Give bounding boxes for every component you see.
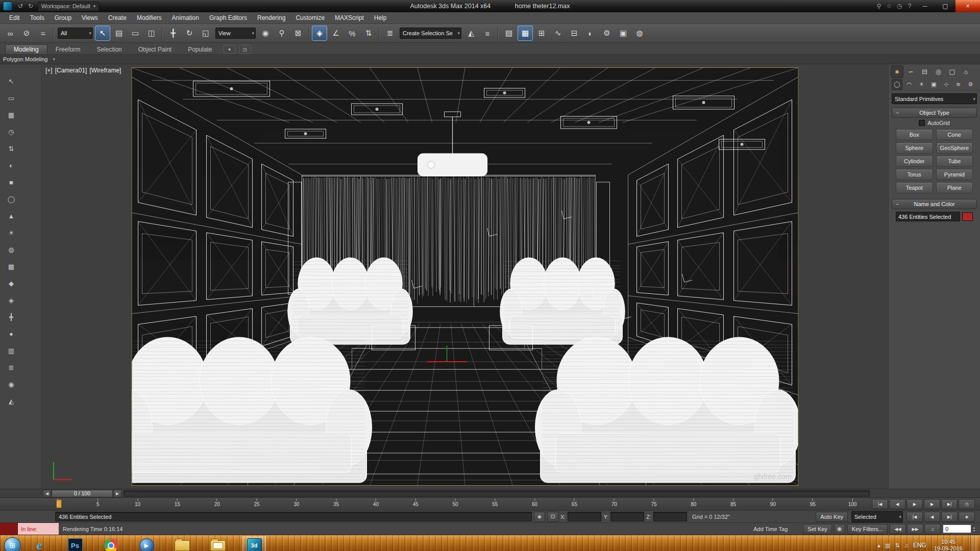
select-by-name-icon[interactable]: ▤ xyxy=(111,26,127,41)
play-reverse-button[interactable]: ◀ xyxy=(924,512,940,522)
history-icon[interactable]: ◷ xyxy=(894,2,904,11)
selection-lock-icon[interactable]: ◈ xyxy=(534,512,545,522)
name-color-rollout-header[interactable]: − Name and Color xyxy=(892,199,977,209)
menu-graph-editors[interactable]: Graph Editors xyxy=(204,12,252,23)
category-helpers[interactable]: ⊹ xyxy=(941,79,951,90)
mirror-tool-icon[interactable]: ◭ xyxy=(4,394,18,408)
set-key-button[interactable]: Set Key xyxy=(803,524,832,534)
shade-tool-icon[interactable]: ◐ xyxy=(4,158,18,172)
go-to-end-button[interactable]: ▶| xyxy=(941,499,958,509)
undo-icon[interactable]: ↺ xyxy=(15,2,26,11)
z-coordinate-field[interactable] xyxy=(653,512,687,521)
spinner-snap-icon[interactable]: ⇅ xyxy=(361,26,376,41)
angle-snap-icon[interactable]: ∠ xyxy=(328,26,344,41)
snap-tool-icon[interactable]: ◈ xyxy=(4,293,18,307)
graphite-ribbon-toggle-icon[interactable]: ▦ xyxy=(518,26,533,41)
transfer-tool-icon[interactable]: ⇅ xyxy=(4,141,18,156)
ribbon-tab-freeform[interactable]: Freeform xyxy=(47,45,89,54)
category-geometry[interactable]: ◯ xyxy=(892,79,902,90)
selection-set-filter-dropdown[interactable]: Selected ▾ xyxy=(851,511,903,522)
viewport[interactable]: [+] [Camera01] [Wireframe] gfxfree.com xyxy=(41,64,888,489)
key-filters-button[interactable]: Key Filters... xyxy=(847,524,888,534)
render-setup-icon[interactable]: ⚙ xyxy=(599,26,615,41)
menu-tools[interactable]: Tools xyxy=(25,12,50,23)
menu-help[interactable]: Help xyxy=(369,12,392,23)
absolute-offset-icon[interactable]: ⊡ xyxy=(547,512,558,522)
object-name-field[interactable]: 436 Entities Selected xyxy=(896,212,960,221)
tube-button[interactable]: Tube xyxy=(936,156,973,167)
select-object-icon[interactable]: ↖ xyxy=(95,26,110,41)
tab-utilities[interactable]: ☼ xyxy=(960,65,972,78)
previous-frame-arrow[interactable]: ◀ xyxy=(43,490,51,497)
ribbon-tab-modeling[interactable]: Modeling xyxy=(5,44,47,54)
redo-icon[interactable]: ↻ xyxy=(26,2,36,11)
object-type-rollout-header[interactable]: − Object Type xyxy=(892,108,977,118)
time-spinner[interactable]: ▴ ▾ xyxy=(973,526,975,532)
named-selection-set-combo[interactable]: Create Selection Se▾ xyxy=(400,28,461,39)
ribbon-panel-strip[interactable]: Polygon Modeling ▾ xyxy=(0,55,980,64)
curve-editor-icon[interactable]: ∿ xyxy=(550,26,566,41)
camera-view[interactable]: gfxfree.com xyxy=(131,67,798,486)
menu-customize[interactable]: Customize xyxy=(290,12,330,23)
previous-key-button[interactable]: |◀ xyxy=(906,512,923,522)
box-button[interactable]: Box xyxy=(896,129,933,140)
menu-views[interactable]: Views xyxy=(77,12,103,23)
taskbar-clock[interactable]: 10:45 19-09-2016 xyxy=(931,539,966,551)
maxscript-mini-listener[interactable]: In line: xyxy=(18,523,59,535)
menu-rendering[interactable]: Rendering xyxy=(252,12,290,23)
sphere-tool-icon[interactable]: ◯ xyxy=(4,192,18,206)
snaps-toggle-icon[interactable]: ◈ xyxy=(312,26,327,41)
align-icon[interactable]: ≡ xyxy=(480,26,495,41)
chrome-taskbar-icon[interactable] xyxy=(100,537,122,551)
mirror-icon[interactable]: ◭ xyxy=(463,26,479,41)
select-and-manipulate-icon[interactable]: ⚲ xyxy=(274,26,289,41)
box-tool-icon[interactable]: ■ xyxy=(4,175,18,189)
plane-button[interactable]: Plane xyxy=(936,182,973,193)
ie-taskbar-icon[interactable]: e xyxy=(28,537,51,551)
help-icon[interactable]: ? xyxy=(904,2,915,11)
schematic-view-icon[interactable]: ⊟ xyxy=(567,26,582,41)
clock-tool-icon[interactable]: ◷ xyxy=(4,124,18,139)
subcategory-dropdown[interactable]: Standard Primitives ▾ xyxy=(892,93,977,104)
tab-create[interactable]: ∗ xyxy=(891,65,903,78)
app-logo-icon[interactable] xyxy=(3,2,12,11)
cone-tool-icon[interactable]: ▲ xyxy=(4,209,18,223)
grid-tool-icon[interactable]: ▦ xyxy=(4,108,18,122)
use-pivot-point-icon[interactable]: ◉ xyxy=(258,26,273,41)
menu-edit[interactable]: Edit xyxy=(4,12,25,23)
light-tool-icon[interactable]: ☀ xyxy=(4,226,18,240)
auto-key-button[interactable]: Auto Key xyxy=(816,512,848,522)
sound-toggle-button[interactable]: ♫ xyxy=(924,524,941,534)
next-key-button[interactable]: ▶| xyxy=(941,512,958,522)
layer-manager-icon[interactable]: ▧ xyxy=(501,26,517,41)
category-lights[interactable]: ☀ xyxy=(916,79,927,90)
tab-motion[interactable]: ◎ xyxy=(932,65,945,78)
panel-tool-icon[interactable]: ▥ xyxy=(4,343,18,358)
x-coordinate-field[interactable] xyxy=(568,512,601,521)
step-back-button[interactable]: ◀◀ xyxy=(890,524,906,534)
object-color-swatch[interactable] xyxy=(962,212,973,221)
language-indicator[interactable]: ENG xyxy=(913,542,926,549)
list-tool-icon[interactable]: ≣ xyxy=(4,360,18,374)
timeline-ruler[interactable]: 0510152025303540455055606570758085909510… xyxy=(43,498,868,510)
maxscript-listener-channel[interactable] xyxy=(0,523,18,535)
ribbon-tab-selection[interactable]: Selection xyxy=(88,45,130,54)
geosphere-button[interactable]: GeoSphere xyxy=(936,142,973,154)
photoshop-taskbar-icon[interactable]: Ps xyxy=(64,537,86,551)
category-space-warps[interactable]: ≋ xyxy=(953,79,964,90)
tab-display[interactable]: ▢ xyxy=(946,65,959,78)
keyboard-override-icon[interactable]: ⊠ xyxy=(290,26,306,41)
action-center-icon[interactable]: ▥ xyxy=(885,542,890,549)
ribbon-tab-populate[interactable]: Populate xyxy=(180,45,220,54)
menu-create[interactable]: Create xyxy=(103,12,132,23)
menu-maxscript[interactable]: MAXScript xyxy=(330,12,369,23)
current-time-field[interactable]: 0 xyxy=(943,524,971,533)
category-cameras[interactable]: ▣ xyxy=(928,79,939,90)
viewport-shading-menu[interactable]: [Wireframe] xyxy=(89,67,121,74)
rectangle-tool-icon[interactable]: ▭ xyxy=(4,91,18,105)
show-desktop-button[interactable] xyxy=(970,535,978,551)
reference-coordinate-dropdown[interactable]: View▾ xyxy=(215,28,256,39)
network-icon[interactable]: ⇅ xyxy=(895,542,899,549)
time-slider-handle[interactable]: 0 / 100 xyxy=(52,490,113,497)
select-and-link-icon[interactable]: ∞ xyxy=(3,26,18,41)
